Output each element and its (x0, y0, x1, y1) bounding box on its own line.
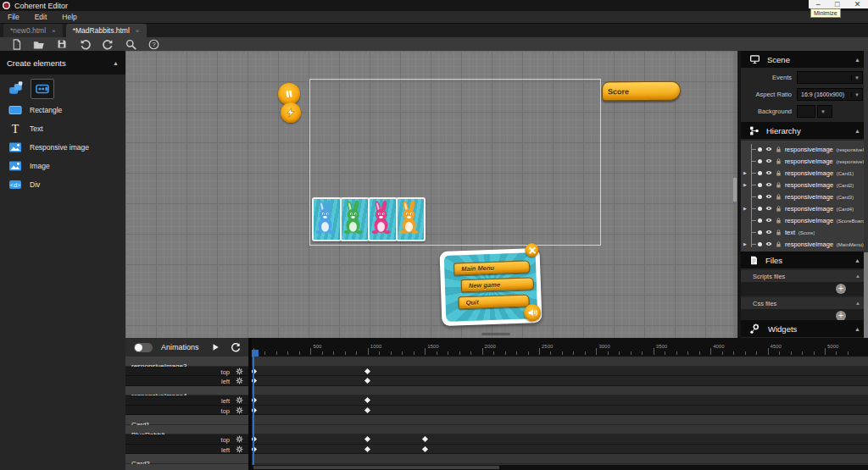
lock-icon[interactable] (776, 169, 782, 177)
minimize-button[interactable]: – (816, 0, 821, 8)
restart-button[interactable] (228, 340, 243, 354)
keyframe-1000[interactable] (364, 436, 370, 442)
expand-icon[interactable]: ▶ (743, 182, 747, 187)
open-folder-button[interactable] (32, 38, 46, 50)
hierarchy-item-responsiveIma[interactable]: responsiveImage (responsiveIma (741, 155, 868, 167)
visibility-dot-icon[interactable] (758, 207, 762, 211)
track-label-GreenRabbit-11[interactable]: GreenRabbit (125, 464, 248, 470)
track-lane-left-2[interactable] (252, 376, 868, 386)
visibility-dot-icon[interactable] (758, 242, 762, 246)
track-lane-Card2-10[interactable] (252, 454, 868, 464)
track-label-BlueRabbit-7[interactable]: BlueRabbit (125, 425, 248, 435)
track-label-left-2[interactable]: left (125, 376, 248, 386)
canvas-vertical-scrollbar[interactable] (733, 178, 737, 202)
hierarchy-header[interactable]: Hierarchy▲ (741, 122, 868, 139)
track-label-responsiveImage3-0[interactable]: responsiveImage3 (125, 357, 248, 367)
card-GreenRabbit[interactable] (340, 197, 370, 241)
gear-icon[interactable] (236, 445, 243, 453)
save-button[interactable] (55, 38, 69, 50)
track-lane-top-8[interactable] (252, 434, 868, 445)
playhead-marker[interactable] (252, 350, 259, 357)
add-file-button[interactable]: + (836, 284, 846, 294)
collapse-icon[interactable]: ▲ (854, 257, 860, 263)
hierarchy-item-ScoreBoard[interactable]: responsiveImage (ScoreBoard) (741, 214, 868, 226)
hierarchy-item-Score[interactable]: text (Score) (741, 226, 868, 238)
maximize-button[interactable]: □ (835, 0, 839, 8)
hierarchy-item-Card2[interactable]: ▶responsiveImage (Card2) (741, 179, 868, 191)
widgets-header[interactable]: Widgets▲ (741, 320, 868, 337)
new-file-button[interactable] (9, 38, 23, 50)
hierarchy-item-Card4[interactable]: ▶responsiveImage (Card4) (741, 202, 868, 214)
visibility-dot-icon[interactable] (758, 171, 762, 175)
menu-sound-button[interactable] (524, 304, 542, 322)
tool-tab-widgets-strip[interactable] (31, 79, 54, 99)
lock-icon[interactable] (776, 158, 782, 165)
search-button[interactable] (124, 38, 137, 50)
gear-icon[interactable] (236, 368, 243, 375)
expand-icon[interactable]: ▶ (743, 206, 747, 211)
create-item-div[interactable]: <d>Div (0, 176, 125, 193)
eye-icon[interactable] (765, 158, 773, 164)
create-item-text[interactable]: TText (0, 120, 125, 137)
keyframe-1000[interactable] (364, 378, 370, 384)
eye-icon[interactable] (765, 146, 773, 152)
collapse-icon[interactable]: ▲ (855, 301, 860, 306)
lock-icon[interactable] (776, 181, 782, 189)
gear-icon[interactable] (236, 377, 243, 384)
visibility-dot-icon[interactable] (758, 230, 762, 235)
menu-item-file[interactable]: File (0, 13, 27, 21)
timeline-ruler[interactable]: 500100015002000250030003500400045005000 (252, 338, 868, 357)
help-button[interactable]: ? (147, 38, 160, 50)
play-button[interactable] (208, 340, 223, 354)
track-label-left-9[interactable]: left (125, 445, 248, 455)
lock-icon[interactable] (776, 146, 782, 153)
keyframe-1500[interactable] (422, 445, 428, 451)
track-label-top-1[interactable]: top (125, 367, 248, 377)
animations-toggle[interactable] (134, 343, 153, 352)
visibility-dot-icon[interactable] (758, 183, 762, 187)
track-lane-responsiveImage4-3[interactable] (252, 386, 868, 396)
aspect-ratio-dropdown[interactable]: 16:9 (1600x900)▼ (797, 88, 863, 101)
create-item-rectangle[interactable]: Rectangle (0, 102, 125, 119)
canvas-horizontal-scrollbar[interactable] (481, 333, 510, 335)
track-lane-top-5[interactable] (252, 406, 868, 416)
menu-close-button[interactable] (525, 243, 539, 257)
files-section-scripts-files[interactable]: Scripts files▲ (741, 270, 868, 282)
visibility-dot-icon[interactable] (758, 195, 762, 199)
playhead-line[interactable] (253, 357, 254, 465)
close-tab-icon[interactable]: × (52, 27, 56, 35)
visibility-dot-icon[interactable] (758, 147, 762, 152)
timeline-scrollbar[interactable] (253, 466, 499, 469)
eye-icon[interactable] (765, 229, 773, 235)
files-header[interactable]: Files▲ (741, 252, 868, 268)
keyframe-1000[interactable] (364, 397, 370, 403)
track-label-top-8[interactable]: top (125, 434, 248, 445)
gear-icon[interactable] (236, 396, 243, 404)
lock-icon[interactable] (776, 193, 782, 201)
design-canvas[interactable]: Score Main MenuNew gameQuit (125, 51, 737, 338)
close-button[interactable]: ✕ (854, 0, 861, 8)
background-color-swatch[interactable] (797, 105, 815, 118)
lightning-button[interactable] (281, 102, 301, 123)
tab-MadRabbitshtml[interactable]: *MadRabbits.html× (66, 24, 147, 37)
track-lane-left-9[interactable] (252, 445, 868, 455)
tool-tab-components[interactable] (5, 79, 27, 97)
keyframe-1000[interactable] (364, 445, 370, 451)
expand-icon[interactable]: ▶ (743, 170, 747, 175)
background-dropdown[interactable]: ▼ (817, 105, 832, 118)
eye-icon[interactable] (765, 217, 773, 224)
score-banner[interactable]: Score (602, 81, 681, 102)
tab-new0html[interactable]: *new0.html× (3, 24, 63, 37)
hierarchy-item-Card3[interactable]: responsiveImage (Card3) (741, 191, 868, 202)
collapse-icon[interactable]: ▲ (854, 326, 860, 332)
track-lane-responsiveImage3-0[interactable] (252, 357, 868, 367)
undo-button[interactable] (78, 38, 92, 50)
menu-button-new-game[interactable]: New game (461, 277, 534, 292)
eye-icon[interactable] (765, 193, 773, 200)
eye-icon[interactable] (765, 241, 773, 247)
hierarchy-item-Card1[interactable]: ▶responsiveImage (Card1) (741, 167, 868, 179)
menu-button-main-menu[interactable]: Main Menu (453, 260, 530, 275)
gear-icon[interactable] (236, 406, 243, 414)
lock-icon[interactable] (776, 217, 782, 224)
lock-icon[interactable] (776, 205, 782, 213)
